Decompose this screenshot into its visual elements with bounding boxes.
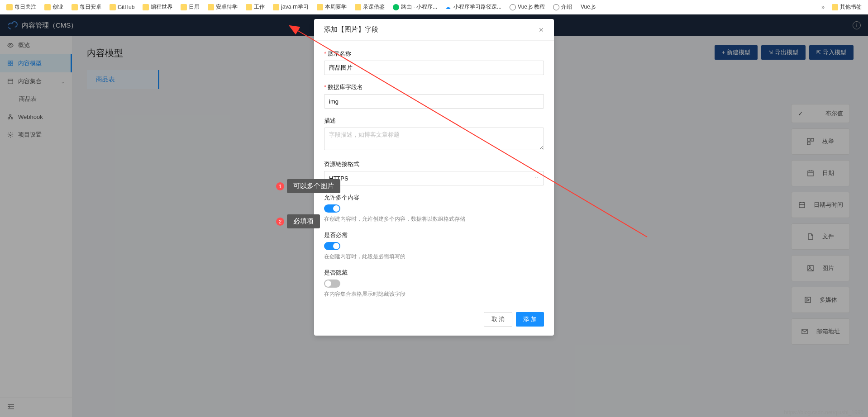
modal-title: 添加【图片】字段 (324, 25, 378, 34)
hidden-label: 是否隐藏 (324, 269, 544, 277)
globe-icon (553, 4, 559, 10)
db-field-label: *数据库字段名 (324, 83, 544, 91)
bookmark-item[interactable]: 每日关注 (4, 2, 39, 12)
bookmark-item[interactable]: 每日安卓 (69, 2, 104, 12)
folder-icon (273, 4, 279, 10)
hidden-switch[interactable] (324, 280, 340, 288)
db-field-input[interactable] (324, 94, 544, 109)
cancel-button[interactable]: 取 消 (484, 312, 513, 327)
required-switch[interactable] (324, 242, 340, 250)
display-name-input[interactable] (324, 61, 544, 75)
bookmark-item[interactable]: Vue.js 教程 (507, 2, 548, 12)
folder-icon (355, 4, 361, 10)
folder-icon (110, 4, 116, 10)
bookmark-item[interactable]: ☁小程序学习路径课... (443, 2, 504, 12)
bookmark-item[interactable]: 日用 (178, 2, 202, 12)
bookmark-item[interactable]: java-rn学习 (270, 2, 311, 12)
folder-icon (317, 4, 323, 10)
bookmark-item[interactable]: 工作 (243, 2, 267, 12)
link-format-label: 资源链接格式 (324, 160, 544, 168)
folder-icon (208, 4, 214, 10)
folder-icon (6, 4, 13, 10)
watermark: https://blog.csdn.net/qiushi_1990 (784, 409, 863, 416)
hidden-help: 在内容集合表格展示时隐藏该字段 (324, 290, 544, 298)
bookmark-item[interactable]: 创业 (42, 2, 66, 12)
close-icon[interactable]: ✕ (539, 26, 544, 33)
required-help: 在创建内容时，此段是必需填写的 (324, 253, 544, 261)
add-image-field-modal: 添加【图片】字段 ✕ *展示名称 *数据库字段名 描述 资源链接格式 HTTPS… (314, 19, 554, 336)
bookmark-item[interactable]: 介绍 — Vue.js (550, 2, 598, 12)
bookmark-item[interactable]: 本周要学 (314, 2, 349, 12)
multi-help: 在创建内容时，允许创建多个内容，数据将以数组格式存储 (324, 215, 544, 223)
chevron-down-icon: ﹀ (534, 175, 539, 181)
cloud-icon: ☁ (445, 4, 452, 10)
folder-icon (44, 4, 51, 10)
bookmark-item[interactable]: 录课借鉴 (352, 2, 387, 12)
multi-label: 允许多个内容 (324, 194, 544, 202)
bookmark-item[interactable]: GitHub (107, 3, 137, 11)
bookmark-item[interactable]: 安卓待学 (205, 2, 240, 12)
bookmarks-overflow-icon[interactable]: » (820, 4, 826, 10)
modal-header: 添加【图片】字段 ✕ (314, 19, 554, 41)
wechat-icon (393, 4, 399, 10)
bookmark-other[interactable]: 其他书签 (829, 2, 864, 12)
folder-icon (181, 4, 187, 10)
multi-switch[interactable] (324, 204, 340, 213)
bookmark-item[interactable]: 编程世界 (140, 2, 175, 12)
display-name-label: *展示名称 (324, 50, 544, 58)
bookmarks-bar: 每日关注 创业 每日安卓 GitHub 编程世界 日用 安卓待学 工作 java… (0, 0, 868, 14)
folder-icon (143, 4, 149, 10)
bookmark-item[interactable]: 路由 · 小程序... (390, 2, 440, 12)
desc-textarea[interactable] (324, 128, 544, 150)
folder-icon (72, 4, 78, 10)
link-format-select[interactable]: HTTPS ﹀ (324, 171, 544, 185)
desc-label: 描述 (324, 117, 544, 125)
add-button[interactable]: 添 加 (516, 312, 544, 327)
folder-icon (246, 4, 252, 10)
modal-mask: 添加【图片】字段 ✕ *展示名称 *数据库字段名 描述 资源链接格式 HTTPS… (0, 14, 868, 417)
required-label: 是否必需 (324, 231, 544, 239)
globe-icon (510, 4, 516, 10)
folder-icon (832, 4, 838, 10)
